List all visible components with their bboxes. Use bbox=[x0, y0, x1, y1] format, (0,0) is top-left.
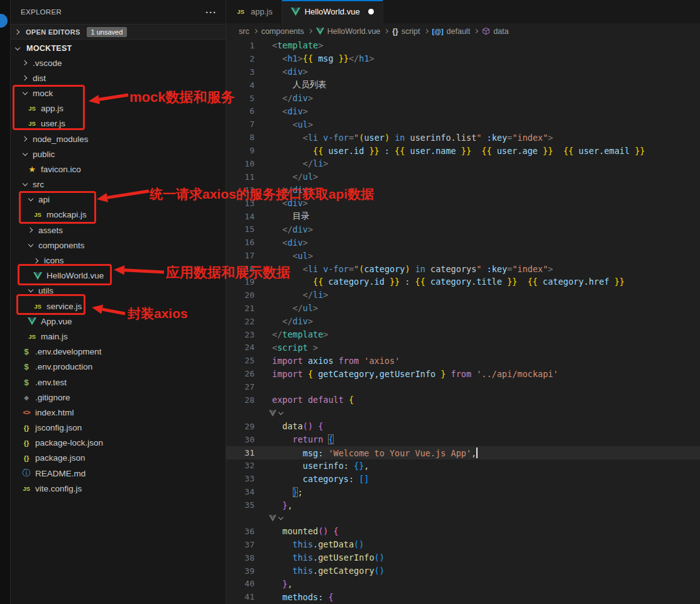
code-line-3[interactable]: 3 <div> bbox=[226, 65, 700, 79]
line-number: 16 bbox=[226, 238, 254, 247]
code-line-21[interactable]: 21 </ul> bbox=[226, 302, 700, 315]
code-line-37[interactable]: 37 this.getData() bbox=[226, 538, 700, 551]
open-editors-section[interactable]: OPEN EDITORS 1 unsaved bbox=[11, 24, 226, 40]
code-line-11[interactable]: 11 </ul> bbox=[226, 170, 700, 184]
code-line-7[interactable]: 7 <ul> bbox=[226, 118, 700, 131]
code-line-text: this.getData() bbox=[272, 539, 364, 549]
code-line-35[interactable]: 35 }, bbox=[226, 498, 700, 512]
code-line-text: data() { bbox=[272, 421, 323, 431]
breadcrumb-label: script bbox=[402, 27, 420, 36]
vue-file-icon bbox=[26, 316, 38, 326]
vue-reference-widget[interactable] bbox=[226, 407, 700, 420]
tree-item--gitignore[interactable]: ◆.gitignore bbox=[11, 390, 226, 405]
tab-helloworld-vue[interactable]: HelloWorld.vue bbox=[282, 0, 383, 23]
explorer-title: EXPLORER bbox=[21, 8, 62, 16]
breadcrumb-item-data[interactable]: data bbox=[482, 27, 508, 36]
line-number: 35 bbox=[226, 500, 254, 510]
code-line-5[interactable]: 5 </div> bbox=[226, 92, 700, 105]
tree-item-vite-config-js[interactable]: JSvite.config.js bbox=[11, 481, 226, 496]
tree-item--env-development[interactable]: $.env.development bbox=[11, 344, 226, 360]
chevron-right-icon bbox=[424, 29, 428, 33]
code-line-34[interactable]: 34 }; bbox=[226, 485, 700, 498]
vue-logo-icon bbox=[28, 317, 36, 325]
code-line-41[interactable]: 41 methods: { bbox=[226, 590, 700, 603]
code-line-15[interactable]: 15 </div> bbox=[226, 222, 700, 236]
json-file-icon: {} bbox=[21, 453, 32, 463]
code-line-4[interactable]: 4 人员列表 bbox=[226, 79, 700, 92]
symbol-default-icon: [@] bbox=[432, 28, 444, 35]
code-line-text: import axios from 'axios' bbox=[272, 356, 400, 366]
code-line-8[interactable]: 8 <li v-for="(user) in userinfo.list" :k… bbox=[226, 131, 700, 144]
tree-item-dist[interactable]: dist bbox=[11, 70, 226, 85]
code-line-29[interactable]: 29 data() { bbox=[226, 420, 700, 433]
code-line-27[interactable]: 27 bbox=[226, 380, 700, 393]
code-line-17[interactable]: 17 <ul> bbox=[226, 249, 700, 262]
code-line-14[interactable]: 14 目录 bbox=[226, 210, 700, 223]
line-number: 1 bbox=[226, 41, 254, 50]
code-line-24[interactable]: 24<script > bbox=[226, 341, 700, 354]
code-line-text: <div> bbox=[272, 238, 308, 248]
vscode-window: EXPLORER ··· OPEN EDITORS 1 unsaved MOCK… bbox=[0, 0, 700, 604]
code-line-32[interactable]: 32 userinfo: {}, bbox=[226, 459, 700, 473]
tree-item-components[interactable]: components bbox=[11, 238, 226, 253]
workspace-root-item[interactable]: MOCKTEST bbox=[11, 41, 226, 56]
line-number: 10 bbox=[226, 159, 254, 168]
tree-item-main-js[interactable]: JSmain.js bbox=[11, 329, 226, 344]
code-line-text: </li> bbox=[272, 290, 328, 300]
code-line-40[interactable]: 40 }, bbox=[226, 578, 700, 591]
code-area[interactable]: 1<template>2 <h1>{{ msg }}</h1>3 <div>4 … bbox=[226, 39, 700, 604]
code-line-6[interactable]: 6 <div> bbox=[226, 104, 700, 118]
code-line-text: </template> bbox=[272, 329, 328, 339]
code-line-33[interactable]: 33 categorys: [] bbox=[226, 472, 700, 485]
code-line-25[interactable]: 25import axios from 'axios' bbox=[226, 354, 700, 367]
tree-item-app-vue[interactable]: App.vue bbox=[11, 314, 226, 329]
tree-item--env-test[interactable]: $.env.test bbox=[11, 375, 226, 390]
code-line-26[interactable]: 26import { getCategory,getUserInfo } fro… bbox=[226, 367, 700, 380]
tab-app-js[interactable]: JSapp.js bbox=[226, 0, 282, 23]
code-line-10[interactable]: 10 </li> bbox=[226, 157, 700, 170]
code-line-text: {{ user.id }} : {{ user.name }} {{ user.… bbox=[272, 146, 645, 156]
tree-item--env-production[interactable]: $.env.production bbox=[11, 360, 226, 375]
code-line-39[interactable]: 39 this.getCategory() bbox=[226, 564, 700, 578]
tree-item-package-json[interactable]: {}package.json bbox=[11, 451, 226, 466]
breadcrumb-item-helloworld-vue[interactable]: HelloWorld.vue bbox=[316, 27, 381, 36]
code-line-1[interactable]: 1<template> bbox=[226, 39, 700, 52]
code-line-16[interactable]: 16 <div> bbox=[226, 236, 700, 249]
breadcrumb-item-src[interactable]: src bbox=[239, 27, 249, 36]
tree-item-label: .env.development bbox=[35, 347, 102, 356]
more-actions-icon[interactable]: ··· bbox=[205, 7, 217, 18]
tree-item-package-lock-json[interactable]: {}package-lock.json bbox=[11, 436, 226, 451]
tree-item-index-html[interactable]: <>index.html bbox=[11, 405, 226, 420]
tree-item-favicon-ico[interactable]: ★favicon.ico bbox=[11, 162, 226, 177]
code-line-20[interactable]: 20 </li> bbox=[226, 288, 700, 302]
tree-item-assets[interactable]: assets bbox=[11, 222, 226, 238]
vue-reference-widget[interactable] bbox=[226, 512, 700, 525]
breadcrumb-item-components[interactable]: components bbox=[261, 27, 304, 36]
code-line-2[interactable]: 2 <h1>{{ msg }}</h1> bbox=[226, 52, 700, 65]
code-line-31[interactable]: 31 msg: 'Welcome to Your Vue.js App', bbox=[226, 446, 700, 459]
code-line-22[interactable]: 22 </div> bbox=[226, 315, 700, 328]
tree-item-label: package-lock.json bbox=[35, 438, 103, 448]
code-line-38[interactable]: 38 this.getUserInfo() bbox=[226, 551, 700, 564]
line-number: 41 bbox=[226, 592, 254, 601]
code-line-23[interactable]: 23</template> bbox=[226, 328, 700, 341]
tree-item-readme-md[interactable]: ⓘREADME.md bbox=[11, 466, 226, 481]
js-file-icon: JS bbox=[235, 7, 246, 17]
line-number: 21 bbox=[226, 304, 254, 313]
code-line-36[interactable]: 36 mounted() { bbox=[226, 525, 700, 538]
breadcrumb-item-script[interactable]: {}script bbox=[392, 27, 420, 36]
tree-item-jsconfig-json[interactable]: {}jsconfig.json bbox=[11, 420, 226, 436]
tree-item-public[interactable]: public bbox=[11, 146, 226, 162]
tree-item--vscode[interactable]: .vscode bbox=[11, 55, 226, 70]
tree-item-node-modules[interactable]: node_modules bbox=[11, 131, 226, 146]
code-line-28[interactable]: 28export default { bbox=[226, 393, 700, 407]
code-line-19[interactable]: 19 {{ category.id }} : {{ category.title… bbox=[226, 275, 700, 288]
line-number: 39 bbox=[226, 566, 254, 576]
code-line-18[interactable]: 18 <li v-for="(category) in categorys" :… bbox=[226, 262, 700, 275]
annotation-box-mock-folder bbox=[13, 85, 85, 130]
code-line-30[interactable]: 30 return { bbox=[226, 433, 700, 446]
breadcrumb-item-default[interactable]: [@]default bbox=[432, 27, 471, 36]
line-number: 34 bbox=[226, 487, 254, 497]
code-line-9[interactable]: 9 {{ user.id }} : {{ user.name }} {{ use… bbox=[226, 144, 700, 157]
tab-label: HelloWorld.vue bbox=[305, 7, 360, 16]
